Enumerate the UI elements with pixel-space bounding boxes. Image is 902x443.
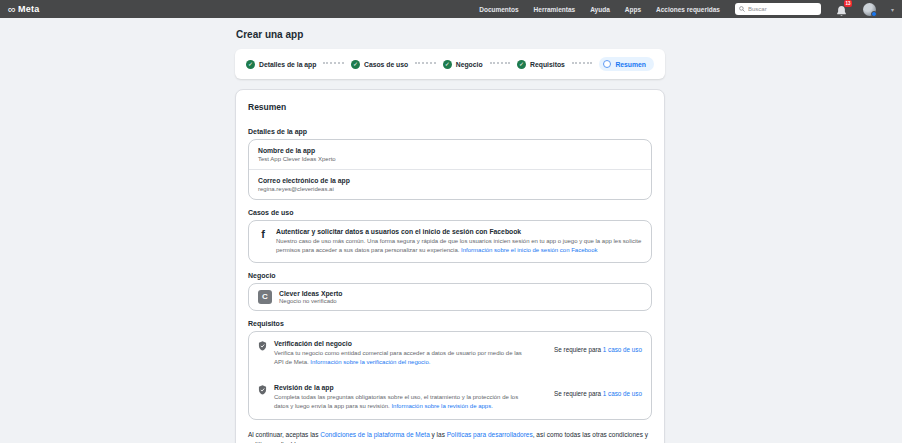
- business-verification-info-link[interactable]: Información sobre la verificación del ne…: [310, 359, 430, 365]
- use-case-count-link[interactable]: 1 caso de uso: [603, 346, 642, 353]
- requirements-box: Verificación del negocio Verifica tu neg…: [248, 331, 652, 420]
- app-email-label: Correo electrónico de la app: [258, 177, 642, 184]
- nav-item-herramientas[interactable]: Herramientas: [534, 6, 576, 13]
- app-email-row: Correo electrónico de la app regina.reye…: [249, 169, 651, 199]
- use-case-row: f Autenticar y solicitar datos a usuario…: [249, 221, 651, 262]
- requirement-usage: Se requiere para 1 caso de uso: [554, 384, 642, 397]
- current-step-circle-icon: [603, 60, 611, 68]
- chevron-down-icon[interactable]: ▾: [891, 6, 894, 13]
- step-divider-dots: [415, 62, 436, 64]
- page-title: Crear una app: [236, 29, 665, 40]
- check-icon: ✓: [517, 60, 526, 69]
- requirement-description: Completa todas las preguntas obligatoria…: [274, 393, 532, 412]
- use-case-title: Autenticar y solicitar datos a usuarios …: [276, 228, 642, 235]
- section-label-business: Negocio: [248, 272, 652, 279]
- app-name-row: Nombre de la app Test App Clever Ideas X…: [249, 140, 651, 169]
- check-icon: ✓: [246, 60, 255, 69]
- business-avatar: C: [258, 290, 272, 304]
- step-divider-dots: [572, 62, 593, 64]
- shield-icon: [258, 385, 267, 395]
- step-negocio[interactable]: ✓ Negocio: [443, 60, 483, 69]
- app-details-box: Nombre de la app Test App Clever Ideas X…: [248, 139, 652, 200]
- app-name-label: Nombre de la app: [258, 147, 642, 154]
- top-navbar: ∞ Meta Documentos Herramientas Ayuda App…: [0, 0, 902, 18]
- facebook-icon: f: [258, 229, 268, 255]
- summary-card: Resumen Detalles de la app Nombre de la …: [235, 89, 665, 443]
- search-icon: [739, 6, 745, 12]
- avatar-status-icon: [871, 11, 877, 17]
- use-case-count-link[interactable]: 1 caso de uso: [603, 390, 642, 397]
- app-review-info-link[interactable]: Información sobre la revisión de apps.: [391, 403, 492, 409]
- check-icon: ✓: [351, 60, 360, 69]
- wizard-stepper: ✓ Detalles de la app ✓ Casos de uso ✓ Ne…: [235, 49, 665, 79]
- use-case-description: Nuestro caso de uso más común. Una forma…: [276, 237, 642, 255]
- business-name: Clever Ideas Xperto: [279, 290, 342, 297]
- business-box: C Clever Ideas Xperto Negocio no verific…: [248, 283, 652, 311]
- requirement-row-business-verification: Verificación del negocio Verifica tu neg…: [249, 332, 651, 376]
- step-requisitos[interactable]: ✓ Requisitos: [517, 60, 565, 69]
- section-label-requirements: Requisitos: [248, 320, 652, 327]
- legal-text: Al continuar, aceptas las Condiciones de…: [248, 430, 652, 443]
- business-row: C Clever Ideas Xperto Negocio no verific…: [249, 284, 651, 310]
- notification-badge: 13: [844, 0, 852, 7]
- use-cases-box: f Autenticar y solicitar datos a usuario…: [248, 220, 652, 263]
- requirement-row-app-review: Revisión de la app Completa todas las pr…: [249, 376, 651, 420]
- meta-logo[interactable]: ∞ Meta: [8, 4, 39, 15]
- requirement-title: Revisión de la app: [274, 384, 532, 391]
- search-box[interactable]: [735, 3, 821, 15]
- nav-item-acciones-requeridas[interactable]: Acciones requeridas: [656, 6, 720, 13]
- step-detalles-de-la-app[interactable]: ✓ Detalles de la app: [246, 60, 316, 69]
- app-email-value: regina.reyes@cleverideas.ai: [258, 186, 642, 192]
- business-status: Negocio no verificado: [279, 298, 342, 304]
- section-label-use-cases: Casos de uso: [248, 209, 652, 216]
- step-casos-de-uso[interactable]: ✓ Casos de uso: [351, 60, 408, 69]
- meta-brand-label: Meta: [18, 4, 39, 14]
- developer-policies-link[interactable]: Políticas para desarrolladores: [447, 431, 533, 438]
- requirement-description: Verifica tu negocio como entidad comerci…: [274, 349, 532, 368]
- main-content: Crear una app ✓ Detalles de la app ✓ Cas…: [235, 18, 665, 443]
- section-label-app-details: Detalles de la app: [248, 128, 652, 135]
- step-divider-dots: [490, 62, 511, 64]
- shield-icon: [258, 341, 267, 351]
- check-icon: ✓: [443, 60, 452, 69]
- profile-avatar[interactable]: [863, 3, 876, 16]
- step-divider-dots: [323, 62, 344, 64]
- app-name-value: Test App Clever Ideas Xperto: [258, 156, 642, 162]
- requirement-title: Verificación del negocio: [274, 340, 532, 347]
- search-input[interactable]: [748, 6, 817, 12]
- notifications-button[interactable]: 13: [836, 3, 848, 15]
- facebook-login-info-link[interactable]: Información sobre el inicio de sesión co…: [461, 247, 597, 253]
- requirement-usage: Se requiere para 1 caso de uso: [554, 340, 642, 353]
- step-resumen-current[interactable]: Resumen: [599, 57, 654, 71]
- nav-item-ayuda[interactable]: Ayuda: [590, 6, 610, 13]
- summary-title: Resumen: [248, 102, 652, 112]
- nav-item-documentos[interactable]: Documentos: [479, 6, 518, 13]
- meta-infinity-icon: ∞: [8, 4, 16, 15]
- nav-item-apps[interactable]: Apps: [625, 6, 641, 13]
- platform-terms-link[interactable]: Condiciones de la plataforma de Meta: [320, 431, 429, 438]
